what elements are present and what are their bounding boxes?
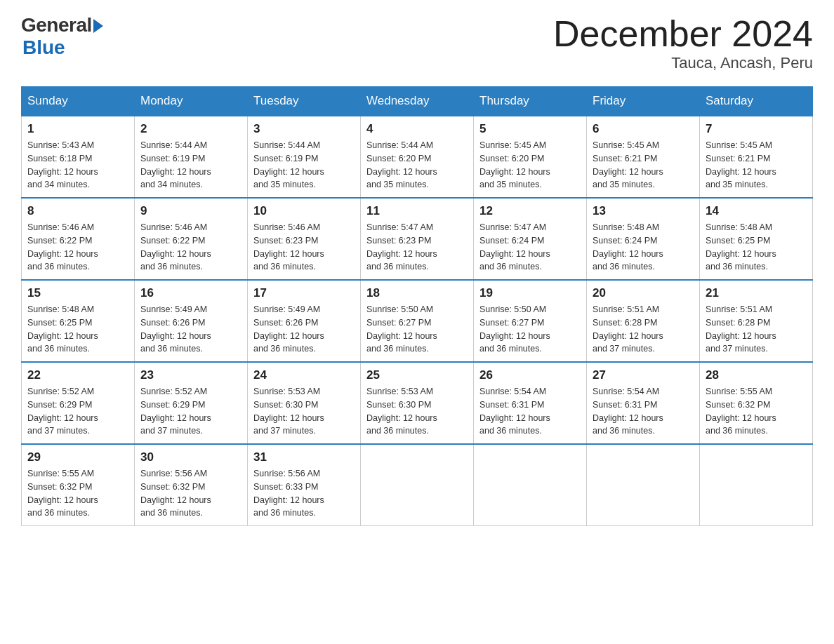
calendar-day-cell: 27 Sunrise: 5:54 AM Sunset: 6:31 PM Dayl…: [587, 362, 700, 444]
day-info: Sunrise: 5:45 AM Sunset: 6:20 PM Dayligh…: [479, 139, 581, 192]
day-info: Sunrise: 5:55 AM Sunset: 6:32 PM Dayligh…: [706, 385, 807, 438]
calendar-day-cell: 30 Sunrise: 5:56 AM Sunset: 6:32 PM Dayl…: [135, 444, 248, 526]
day-number: 15: [27, 286, 128, 300]
day-number: 13: [593, 204, 694, 218]
weekday-header-saturday: Saturday: [700, 87, 813, 116]
calendar-day-cell: 15 Sunrise: 5:48 AM Sunset: 6:25 PM Dayl…: [22, 280, 135, 362]
weekday-header-row: SundayMondayTuesdayWednesdayThursdayFrid…: [22, 87, 813, 116]
calendar-day-cell: 25 Sunrise: 5:53 AM Sunset: 6:30 PM Dayl…: [361, 362, 474, 444]
day-info: Sunrise: 5:46 AM Sunset: 6:22 PM Dayligh…: [27, 221, 128, 274]
weekday-header-wednesday: Wednesday: [361, 87, 474, 116]
empty-cell: [361, 444, 474, 526]
calendar-day-cell: 29 Sunrise: 5:55 AM Sunset: 6:32 PM Dayl…: [22, 444, 135, 526]
day-number: 21: [706, 286, 807, 300]
day-number: 26: [479, 368, 581, 382]
day-info: Sunrise: 5:51 AM Sunset: 6:28 PM Dayligh…: [706, 303, 807, 356]
calendar-week-row: 29 Sunrise: 5:55 AM Sunset: 6:32 PM Dayl…: [22, 444, 813, 526]
day-info: Sunrise: 5:52 AM Sunset: 6:29 PM Dayligh…: [140, 385, 241, 438]
day-number: 1: [27, 122, 128, 136]
logo-general-text: General: [21, 14, 92, 36]
day-info: Sunrise: 5:50 AM Sunset: 6:27 PM Dayligh…: [479, 303, 581, 356]
day-info: Sunrise: 5:44 AM Sunset: 6:19 PM Dayligh…: [253, 139, 355, 192]
day-info: Sunrise: 5:48 AM Sunset: 6:24 PM Dayligh…: [593, 221, 694, 274]
calendar-day-cell: 8 Sunrise: 5:46 AM Sunset: 6:22 PM Dayli…: [22, 198, 135, 280]
calendar-day-cell: 5 Sunrise: 5:45 AM Sunset: 6:20 PM Dayli…: [474, 116, 587, 198]
day-number: 18: [366, 286, 468, 300]
calendar-day-cell: 23 Sunrise: 5:52 AM Sunset: 6:29 PM Dayl…: [135, 362, 248, 444]
calendar-week-row: 22 Sunrise: 5:52 AM Sunset: 6:29 PM Dayl…: [22, 362, 813, 444]
calendar-day-cell: 4 Sunrise: 5:44 AM Sunset: 6:20 PM Dayli…: [361, 116, 474, 198]
day-number: 5: [479, 122, 581, 136]
calendar-day-cell: 7 Sunrise: 5:45 AM Sunset: 6:21 PM Dayli…: [700, 116, 813, 198]
day-info: Sunrise: 5:54 AM Sunset: 6:31 PM Dayligh…: [593, 385, 694, 438]
day-number: 10: [253, 204, 355, 218]
calendar-day-cell: 2 Sunrise: 5:44 AM Sunset: 6:19 PM Dayli…: [135, 116, 248, 198]
calendar-day-cell: 24 Sunrise: 5:53 AM Sunset: 6:30 PM Dayl…: [248, 362, 361, 444]
day-number: 19: [479, 286, 581, 300]
calendar-day-cell: 17 Sunrise: 5:49 AM Sunset: 6:26 PM Dayl…: [248, 280, 361, 362]
calendar-subtitle: Tauca, Ancash, Peru: [553, 54, 813, 72]
calendar-day-cell: 12 Sunrise: 5:47 AM Sunset: 6:24 PM Dayl…: [474, 198, 587, 280]
day-info: Sunrise: 5:54 AM Sunset: 6:31 PM Dayligh…: [479, 385, 581, 438]
day-info: Sunrise: 5:56 AM Sunset: 6:32 PM Dayligh…: [140, 467, 241, 520]
calendar-day-cell: 21 Sunrise: 5:51 AM Sunset: 6:28 PM Dayl…: [700, 280, 813, 362]
day-info: Sunrise: 5:47 AM Sunset: 6:23 PM Dayligh…: [366, 221, 468, 274]
day-number: 2: [140, 122, 241, 136]
day-info: Sunrise: 5:48 AM Sunset: 6:25 PM Dayligh…: [27, 303, 128, 356]
page-header: General Blue December 2024 Tauca, Ancash…: [21, 14, 813, 72]
day-number: 28: [706, 368, 807, 382]
day-number: 22: [27, 368, 128, 382]
calendar-day-cell: 1 Sunrise: 5:43 AM Sunset: 6:18 PM Dayli…: [22, 116, 135, 198]
day-number: 31: [253, 450, 355, 464]
weekday-header-sunday: Sunday: [22, 87, 135, 116]
calendar-day-cell: 11 Sunrise: 5:47 AM Sunset: 6:23 PM Dayl…: [361, 198, 474, 280]
calendar-day-cell: 22 Sunrise: 5:52 AM Sunset: 6:29 PM Dayl…: [22, 362, 135, 444]
day-info: Sunrise: 5:56 AM Sunset: 6:33 PM Dayligh…: [253, 467, 355, 520]
day-number: 23: [140, 368, 241, 382]
calendar-week-row: 8 Sunrise: 5:46 AM Sunset: 6:22 PM Dayli…: [22, 198, 813, 280]
day-number: 4: [366, 122, 468, 136]
empty-cell: [700, 444, 813, 526]
empty-cell: [587, 444, 700, 526]
weekday-header-tuesday: Tuesday: [248, 87, 361, 116]
day-number: 24: [253, 368, 355, 382]
calendar-day-cell: 19 Sunrise: 5:50 AM Sunset: 6:27 PM Dayl…: [474, 280, 587, 362]
day-info: Sunrise: 5:49 AM Sunset: 6:26 PM Dayligh…: [140, 303, 241, 356]
calendar-day-cell: 3 Sunrise: 5:44 AM Sunset: 6:19 PM Dayli…: [248, 116, 361, 198]
day-number: 6: [593, 122, 694, 136]
logo-arrow-icon: [93, 19, 103, 33]
empty-cell: [474, 444, 587, 526]
day-number: 30: [140, 450, 241, 464]
day-info: Sunrise: 5:53 AM Sunset: 6:30 PM Dayligh…: [253, 385, 355, 438]
day-info: Sunrise: 5:47 AM Sunset: 6:24 PM Dayligh…: [479, 221, 581, 274]
day-number: 12: [479, 204, 581, 218]
day-number: 29: [27, 450, 128, 464]
day-number: 14: [706, 204, 807, 218]
day-info: Sunrise: 5:45 AM Sunset: 6:21 PM Dayligh…: [593, 139, 694, 192]
day-info: Sunrise: 5:44 AM Sunset: 6:20 PM Dayligh…: [366, 139, 468, 192]
calendar-title: December 2024: [553, 14, 813, 54]
day-number: 9: [140, 204, 241, 218]
calendar-day-cell: 20 Sunrise: 5:51 AM Sunset: 6:28 PM Dayl…: [587, 280, 700, 362]
calendar-day-cell: 10 Sunrise: 5:46 AM Sunset: 6:23 PM Dayl…: [248, 198, 361, 280]
day-info: Sunrise: 5:44 AM Sunset: 6:19 PM Dayligh…: [140, 139, 241, 192]
day-info: Sunrise: 5:46 AM Sunset: 6:22 PM Dayligh…: [140, 221, 241, 274]
weekday-header-thursday: Thursday: [474, 87, 587, 116]
day-number: 25: [366, 368, 468, 382]
calendar-day-cell: 14 Sunrise: 5:48 AM Sunset: 6:25 PM Dayl…: [700, 198, 813, 280]
title-block: December 2024 Tauca, Ancash, Peru: [553, 14, 813, 72]
day-info: Sunrise: 5:43 AM Sunset: 6:18 PM Dayligh…: [27, 139, 128, 192]
day-number: 27: [593, 368, 694, 382]
day-number: 16: [140, 286, 241, 300]
calendar-day-cell: 26 Sunrise: 5:54 AM Sunset: 6:31 PM Dayl…: [474, 362, 587, 444]
logo-blue-text: Blue: [22, 36, 65, 59]
calendar-day-cell: 9 Sunrise: 5:46 AM Sunset: 6:22 PM Dayli…: [135, 198, 248, 280]
day-number: 17: [253, 286, 355, 300]
calendar-week-row: 1 Sunrise: 5:43 AM Sunset: 6:18 PM Dayli…: [22, 116, 813, 198]
day-info: Sunrise: 5:50 AM Sunset: 6:27 PM Dayligh…: [366, 303, 468, 356]
day-info: Sunrise: 5:46 AM Sunset: 6:23 PM Dayligh…: [253, 221, 355, 274]
day-info: Sunrise: 5:49 AM Sunset: 6:26 PM Dayligh…: [253, 303, 355, 356]
day-number: 3: [253, 122, 355, 136]
weekday-header-monday: Monday: [135, 87, 248, 116]
calendar-day-cell: 31 Sunrise: 5:56 AM Sunset: 6:33 PM Dayl…: [248, 444, 361, 526]
